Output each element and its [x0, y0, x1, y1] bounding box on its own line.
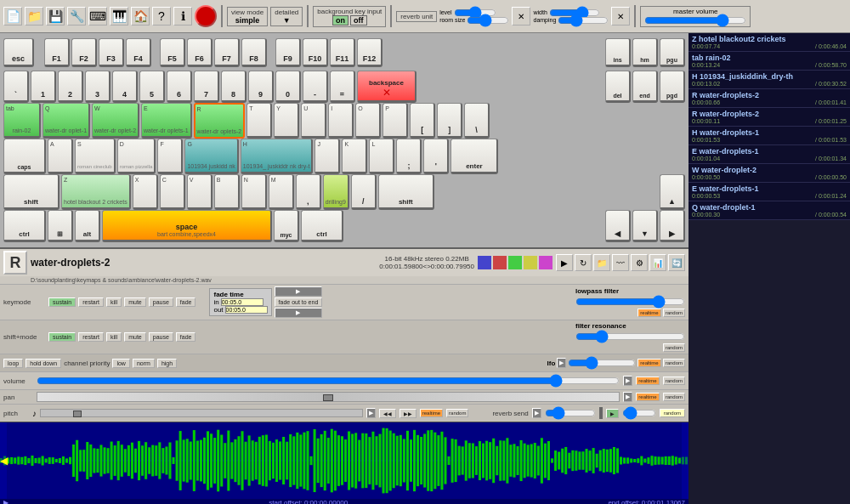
resonance-random-btn[interactable]: random — [663, 343, 685, 352]
key-ins[interactable]: ins — [605, 38, 631, 67]
key-d[interactable]: D roman pizzella — [117, 139, 156, 174]
bg-key-off[interactable]: off — [350, 15, 367, 25]
key-8[interactable]: 8 — [221, 71, 246, 103]
volume-random-btn[interactable]: random — [663, 377, 685, 385]
key-semicolon[interactable]: ; — [396, 139, 422, 174]
key-equals[interactable]: = — [330, 71, 355, 103]
key-f1[interactable]: F1 — [44, 38, 70, 67]
key-hm[interactable]: hm — [632, 38, 658, 67]
hold-down-btn[interactable]: hold down — [26, 359, 61, 368]
right-panel-item-0[interactable]: Z hotel blackout2 crickets 0:00:07.74 / … — [688, 33, 850, 52]
key-u[interactable]: U — [301, 103, 326, 139]
sample-settings-btn[interactable]: ⚙ — [631, 254, 648, 271]
key-f7[interactable]: F7 — [214, 38, 240, 67]
priority-low-btn[interactable]: low — [112, 359, 130, 368]
key-del[interactable]: del — [605, 71, 631, 103]
right-panel-item-7[interactable]: W water-droplet-2 0:00:00.50 / 0:00:00.5… — [688, 164, 850, 183]
sample-loop-btn[interactable]: ↻ — [575, 254, 592, 271]
key-3[interactable]: 3 — [85, 71, 110, 103]
key-shift-left[interactable]: shift — [3, 174, 60, 210]
priority-norm-btn[interactable]: norm — [133, 359, 155, 368]
key-slash[interactable]: / — [351, 174, 377, 210]
right-panel-item-4[interactable]: R water-droplets-2 0:00:00.11 / 0:00:01.… — [688, 108, 850, 127]
key-arrow-down[interactable]: ▼ — [632, 210, 658, 242]
sample-refresh-btn[interactable]: 🔄 — [668, 254, 685, 271]
key-minus[interactable]: - — [303, 71, 328, 103]
key-t[interactable]: T — [246, 103, 272, 139]
key-m[interactable]: M — [269, 174, 294, 210]
toolbar-icon-piano[interactable]: 🎹 — [110, 7, 128, 25]
key-z[interactable]: Z hotel blackout 2 crickets — [61, 174, 131, 210]
key-backspace[interactable]: backspace ✕ — [357, 71, 416, 103]
fade-out-to-end-btn[interactable]: fade out to end — [275, 297, 323, 307]
master-volume-slider[interactable] — [644, 15, 746, 25]
key-myc[interactable]: myc — [274, 210, 299, 242]
key-shift-right[interactable]: shift — [378, 174, 434, 210]
key-6[interactable]: 6 — [167, 71, 192, 103]
volume-slider[interactable] — [37, 374, 620, 388]
pitch-thumb[interactable] — [73, 411, 82, 417]
fade-time-realtime-btn2[interactable]: ▶ — [275, 308, 323, 318]
loop-btn[interactable]: loop — [3, 359, 23, 368]
pan-icon-btn[interactable]: ▶ — [623, 392, 632, 402]
pitch-random-btn[interactable]: random — [446, 409, 468, 417]
key-end[interactable]: end — [632, 71, 658, 103]
key-tab[interactable]: tab rain-02 — [3, 103, 41, 139]
key-space[interactable]: space bart combine,speedx4 — [102, 210, 272, 242]
toolbar-icon-keyboard[interactable]: ⌨ — [88, 7, 107, 25]
key-2[interactable]: 2 — [58, 71, 83, 103]
shift-restart-btn[interactable]: restart — [78, 332, 104, 342]
pitch-up-btn[interactable]: ▶▶ — [400, 409, 416, 418]
priority-high-btn[interactable]: high — [157, 359, 177, 368]
key-f12[interactable]: F12 — [357, 38, 382, 67]
toolbar-icon-info[interactable]: ℹ — [173, 7, 192, 25]
keymode-mute-btn[interactable]: mute — [124, 297, 146, 307]
key-g[interactable]: G 101934 juskidd nk — [184, 139, 238, 174]
key-f[interactable]: F — [157, 139, 183, 174]
lfo-realtime-btn[interactable]: realtime — [638, 359, 660, 367]
key-arrow-right[interactable]: ▶ — [660, 210, 685, 242]
key-backslash[interactable]: \ — [464, 103, 490, 139]
shift-kill-btn[interactable]: kill — [106, 332, 122, 342]
resonance-slider[interactable] — [575, 330, 685, 343]
key-arrow-left[interactable]: ◀ — [605, 210, 631, 242]
lowpass-random-btn[interactable]: random — [663, 309, 685, 317]
toolbar-icon-question[interactable]: ? — [152, 7, 171, 25]
color-sq-red[interactable] — [493, 256, 507, 269]
shift-mute-btn[interactable]: mute — [124, 332, 146, 342]
keymode-fade-btn[interactable]: fade — [176, 297, 196, 307]
key-v[interactable]: V — [187, 174, 212, 210]
key-y[interactable]: Y — [274, 103, 299, 139]
keymode-pause-btn[interactable]: pause — [149, 297, 173, 307]
key-e[interactable]: E water-dr oplets-1 — [141, 103, 192, 139]
pan-random-btn[interactable]: random — [663, 393, 685, 401]
color-sq-green[interactable] — [508, 256, 522, 269]
key-7[interactable]: 7 — [194, 71, 219, 103]
key-f4[interactable]: F4 — [126, 38, 151, 67]
color-sq-yellow[interactable] — [524, 256, 537, 269]
key-rbracket[interactable]: ] — [437, 103, 462, 139]
key-n[interactable]: N — [241, 174, 267, 210]
start-offset-btn[interactable]: ▶ — [3, 499, 8, 504]
right-panel-item-6[interactable]: E water-droplets-1 0:00:01.04 / 0:00:01.… — [688, 145, 850, 164]
key-backtick[interactable]: ` — [3, 71, 29, 103]
key-ctrl-right[interactable]: ctrl — [301, 210, 343, 242]
key-caps[interactable]: caps — [3, 139, 46, 174]
key-f3[interactable]: F3 — [99, 38, 124, 67]
shift-pause-btn[interactable]: pause — [149, 332, 173, 342]
key-4[interactable]: 4 — [112, 71, 138, 103]
reverb-random-btn[interactable]: random — [660, 409, 685, 417]
key-w[interactable]: W water-dr oplet-2 — [92, 103, 139, 139]
toolbar-icon-new[interactable]: 📄 — [3, 7, 22, 25]
key-f11[interactable]: F11 — [330, 38, 355, 67]
key-pgd[interactable]: pgd — [660, 71, 685, 103]
key-pgu[interactable]: pgu — [660, 38, 685, 67]
keymode-sustain-btn[interactable]: sustain — [48, 297, 76, 307]
fade-out-input[interactable] — [225, 306, 268, 314]
right-panel-item-9[interactable]: Q water-droplet-1 0:00:00.30 / 0:00:00.5… — [688, 201, 850, 220]
key-ctrl-left[interactable]: ctrl — [3, 210, 46, 242]
pitch-icon-btn[interactable]: ▶ — [366, 408, 376, 418]
key-f5[interactable]: F5 — [160, 38, 185, 67]
key-b[interactable]: B — [214, 174, 240, 210]
keymode-restart-btn[interactable]: restart — [78, 297, 104, 307]
